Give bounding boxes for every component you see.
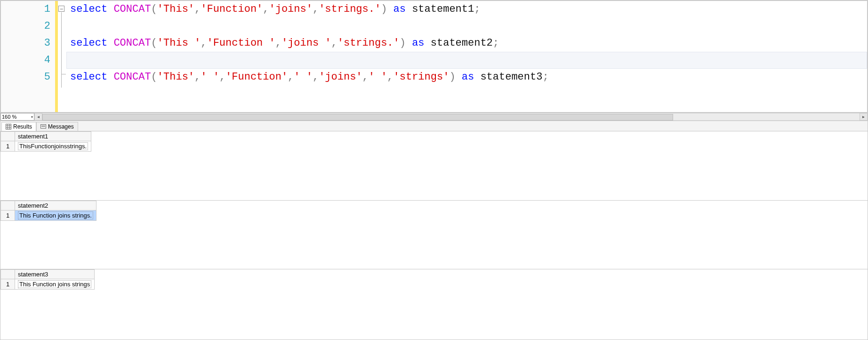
- row-number-cell[interactable]: 1: [1, 279, 15, 289]
- tab-messages-label: Messages: [48, 123, 74, 130]
- app-root: 12345 − select CONCAT('This','Function',…: [0, 0, 868, 340]
- result-block: statement31This Function joins strings: [0, 269, 868, 338]
- results-grid[interactable]: statement31This Function joins strings: [0, 269, 95, 290]
- fold-toggle-icon[interactable]: −: [58, 6, 64, 12]
- fold-guide-line: [61, 12, 62, 88]
- line-number: 2: [1, 18, 55, 35]
- line-number: 1: [1, 1, 55, 18]
- code-line[interactable]: [66, 18, 867, 35]
- code-line[interactable]: select CONCAT('This',' ','Function',' ',…: [66, 69, 867, 86]
- tab-results[interactable]: Results: [1, 122, 36, 131]
- scroll-right-button[interactable]: ►: [860, 113, 868, 121]
- column-header[interactable]: statement3: [15, 269, 95, 279]
- column-header[interactable]: statement1: [15, 132, 91, 141]
- dropdown-arrow-icon: ▾: [31, 115, 33, 119]
- table-row[interactable]: 1ThisFunctionjoinsstrings.: [1, 141, 91, 152]
- row-number-header: [1, 269, 15, 279]
- result-cell-value: This Function joins strings: [18, 280, 91, 288]
- results-grid[interactable]: statement11ThisFunctionjoinsstrings.: [0, 131, 91, 152]
- table-row[interactable]: 1This Function joins strings.: [1, 210, 96, 220]
- code-area[interactable]: select CONCAT('This','Function','joins',…: [66, 1, 867, 112]
- scroll-thumb[interactable]: [42, 114, 673, 121]
- svg-rect-0: [6, 124, 11, 130]
- result-block: statement21This Function joins strings.: [0, 200, 868, 269]
- fold-guide-end: [61, 74, 66, 74]
- row-number-header: [1, 201, 15, 210]
- line-number: 5: [1, 69, 55, 86]
- tab-results-label: Results: [13, 123, 32, 130]
- line-number: 3: [1, 35, 55, 52]
- result-block: statement11ThisFunctionjoinsstrings.: [0, 131, 868, 200]
- row-number-cell[interactable]: 1: [1, 141, 15, 152]
- result-cell[interactable]: This Function joins strings: [15, 279, 95, 289]
- code-line[interactable]: [66, 52, 867, 69]
- table-row[interactable]: 1This Function joins strings: [1, 279, 95, 289]
- line-number-gutter: 12345: [1, 1, 55, 112]
- zoom-select[interactable]: 160 % ▾: [0, 113, 34, 121]
- result-cell[interactable]: This Function joins strings.: [15, 210, 96, 220]
- scroll-track[interactable]: [42, 113, 860, 121]
- results-grid[interactable]: statement21This Function joins strings.: [0, 201, 96, 221]
- row-number-cell[interactable]: 1: [1, 210, 15, 220]
- result-cell-value: This Function joins strings.: [18, 211, 93, 219]
- tab-messages[interactable]: Messages: [36, 122, 78, 131]
- fold-column: −: [58, 1, 66, 112]
- row-number-header: [1, 132, 15, 141]
- results-pane: statement11ThisFunctionjoinsstrings.stat…: [0, 131, 868, 340]
- editor-footer-bar: 160 % ▾ ◄ ►: [0, 113, 868, 121]
- result-cell[interactable]: ThisFunctionjoinsstrings.: [15, 141, 91, 152]
- column-header[interactable]: statement2: [15, 201, 96, 210]
- scroll-left-button[interactable]: ◄: [34, 113, 42, 121]
- sql-editor[interactable]: 12345 − select CONCAT('This','Function',…: [0, 0, 868, 113]
- zoom-value: 160 %: [2, 114, 16, 120]
- result-cell-value: ThisFunctionjoinsstrings.: [18, 142, 88, 150]
- grid-icon: [6, 124, 11, 130]
- line-number: 4: [1, 52, 55, 69]
- horizontal-scrollbar[interactable]: ◄ ►: [34, 113, 868, 121]
- results-tabbar: Results Messages: [0, 121, 868, 131]
- code-line[interactable]: select CONCAT('This ','Function ','joins…: [66, 35, 867, 52]
- code-line[interactable]: select CONCAT('This','Function','joins',…: [66, 1, 867, 18]
- messages-icon: [40, 124, 46, 130]
